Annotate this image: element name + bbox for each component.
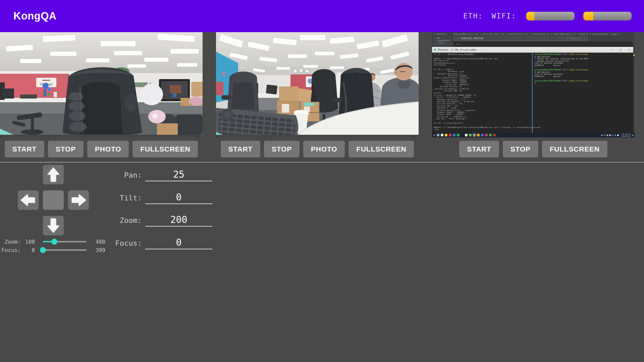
camera-3-fullscreen-button[interactable]: FULLSCREEN	[542, 141, 607, 158]
focus-slider-label: Focus:	[0, 247, 21, 253]
console-window-title: IPython: G:\My Drive\codes	[437, 48, 477, 51]
taskbar-icon	[445, 134, 447, 136]
taskbar-icon	[481, 134, 484, 136]
window-controls: – ▢ ×	[611, 47, 633, 53]
camera-3-stop-button[interactable]: STOP	[503, 141, 538, 158]
search-query: ⌕ TEMPLATE_PREVIEW	[458, 37, 483, 40]
focus-input[interactable]	[145, 236, 212, 249]
arrow-right-icon	[68, 190, 89, 210]
taskbar-icon	[465, 134, 468, 136]
taskbar-icon	[437, 134, 439, 136]
camera-3-feed: ≡ Android ▾ ▾ app ▸ manifests ▾ java And…	[432, 32, 635, 137]
camera-2-feed	[216, 32, 419, 137]
arrow-left-icon	[18, 190, 39, 210]
ptz-control-section: Zoom: 100 480 Focus: 0 399 Pan: Tilt: Zo…	[0, 164, 228, 275]
ptz-home-button[interactable]	[43, 190, 64, 210]
camera-2-stop-button[interactable]: STOP	[264, 141, 300, 158]
app-header: KongQA ETH: WIFI:	[0, 0, 644, 32]
zoom-input[interactable]	[145, 213, 212, 227]
msys-console: ahuang1106622893+6N8001 MSYS /g/My Drive…	[535, 53, 633, 86]
taskbar-icon	[493, 134, 496, 136]
camera-2-start-button[interactable]: START	[221, 141, 260, 158]
camera-1-feed: Vic Kao	[0, 32, 203, 137]
taskbar-clock: 下午 04:13 2020/12/2	[621, 133, 631, 137]
taskbar-icon	[449, 134, 451, 136]
shell-output: $ adb devices List of devices attached 9…	[535, 71, 633, 78]
taskbar-icon	[489, 134, 492, 136]
shell-output: $ adb devices * daemon not running; star…	[535, 56, 633, 67]
focus-slider-row: Focus: 0 399	[0, 247, 105, 253]
camera-3-controls: START STOP FULLSCREEN	[432, 141, 635, 158]
tilt-down-button[interactable]	[43, 216, 64, 235]
tilt-up-button[interactable]	[43, 165, 64, 184]
camera-1-scene: Vic Kao	[0, 32, 203, 137]
editor-search-bar: 2 results ↑ ↓ ⌕ TEMPLATE_PREVIEW	[453, 37, 588, 41]
arrow-up-icon	[43, 165, 64, 184]
wifi-label: WIFI:	[492, 12, 516, 20]
focus-slider-min: 0	[21, 247, 35, 253]
pan-left-button[interactable]	[18, 190, 39, 210]
camera-1-start-button[interactable]: START	[5, 141, 44, 158]
system-tray: 下午 04:13 2020/12/2	[601, 133, 635, 137]
camera-1-divider	[0, 162, 216, 163]
wifi-indicator	[583, 12, 632, 20]
arrow-down-icon	[43, 216, 64, 235]
zoom-slider-thumb[interactable]	[51, 239, 57, 245]
tab-controls: × + ⌄	[480, 48, 488, 51]
pan-input[interactable]	[145, 168, 212, 181]
ipython-console-text: In [3]: k = RobotRun.kong.KongADB() ADBC…	[434, 53, 540, 131]
camera-3-start-button[interactable]: START	[459, 141, 499, 158]
eth-indicator	[526, 12, 575, 20]
editor-tabs: AndroidManifest.xml × activity_main.xml …	[453, 33, 633, 36]
editor-code-line: 146 }	[453, 42, 633, 47]
taskbar-icon	[441, 134, 443, 136]
console-area: In [3]: k = RobotRun.kong.KongADB() ADBC…	[432, 53, 635, 133]
console-scrollbar	[633, 47, 635, 133]
camera-2-controls: START STOP PHOTO FULLSCREEN	[216, 141, 419, 158]
pan-right-button[interactable]	[68, 190, 89, 210]
taskbar-icon-active	[473, 134, 476, 136]
android-studio-menu: ≡ Android ▾	[434, 33, 448, 36]
tilt-label: Tilt:	[93, 194, 142, 204]
focus-slider[interactable]	[43, 249, 87, 251]
console-window-titlebar: IPython: G:\My Drive\codes× + ⌄ – ▢ ×	[432, 47, 635, 53]
taskbar-icon	[469, 134, 472, 136]
camera-2-divider	[216, 162, 432, 163]
zoom-slider[interactable]	[43, 241, 87, 242]
app-icon	[434, 49, 436, 51]
eth-indicator-fill	[526, 12, 534, 20]
camera-2-photo-button[interactable]: PHOTO	[303, 141, 345, 158]
camera-1-panel: Vic Kao	[0, 32, 216, 163]
camera-1-controls: START STOP PHOTO FULLSCREEN	[0, 141, 203, 158]
project-tree: ▾ app ▸ manifests ▾ java	[433, 36, 452, 47]
tilt-input[interactable]	[145, 191, 212, 204]
pan-label: Pan:	[93, 171, 142, 181]
taskbar-icon	[453, 134, 455, 136]
focus-slider-thumb[interactable]	[40, 247, 46, 253]
zoom-field-row: Zoom:	[93, 212, 212, 227]
taskbar-icon	[477, 134, 480, 136]
focus-label: Focus:	[93, 239, 142, 249]
shell-output: $	[535, 82, 633, 84]
android-studio-strip: ≡ Android ▾ ▾ app ▸ manifests ▾ java And…	[432, 32, 635, 47]
camera-1-stop-button[interactable]: STOP	[48, 141, 84, 158]
zoom-slider-row: Zoom: 100 480	[0, 238, 105, 245]
search-results: 2 results ↑ ↓	[567, 37, 585, 41]
camera-2-scene	[216, 32, 419, 137]
taskbar-icon	[457, 134, 460, 136]
camera-1-fullscreen-button[interactable]: FULLSCREEN	[132, 141, 198, 158]
wifi-indicator-fill	[583, 12, 593, 20]
console-split-divider	[532, 53, 533, 133]
camera-3-divider	[432, 162, 644, 163]
zoom-label: Zoom:	[93, 216, 142, 227]
camera-1-photo-button[interactable]: PHOTO	[87, 141, 129, 158]
tilt-field-row: Tilt:	[93, 189, 212, 204]
eth-label: ETH:	[463, 12, 483, 20]
windows-taskbar: ⊞ 下午 04:13 2020/12/2	[432, 133, 635, 137]
header-status-area: ETH: WIFI:	[463, 0, 632, 32]
app-title: KongQA	[13, 0, 57, 32]
camera-3-panel: ≡ Android ▾ ▾ app ▸ manifests ▾ java And…	[432, 32, 644, 163]
camera-2-fullscreen-button[interactable]: FULLSCREEN	[348, 141, 414, 158]
taskbar-icon	[485, 134, 488, 136]
zoom-slider-min: 100	[21, 239, 35, 245]
